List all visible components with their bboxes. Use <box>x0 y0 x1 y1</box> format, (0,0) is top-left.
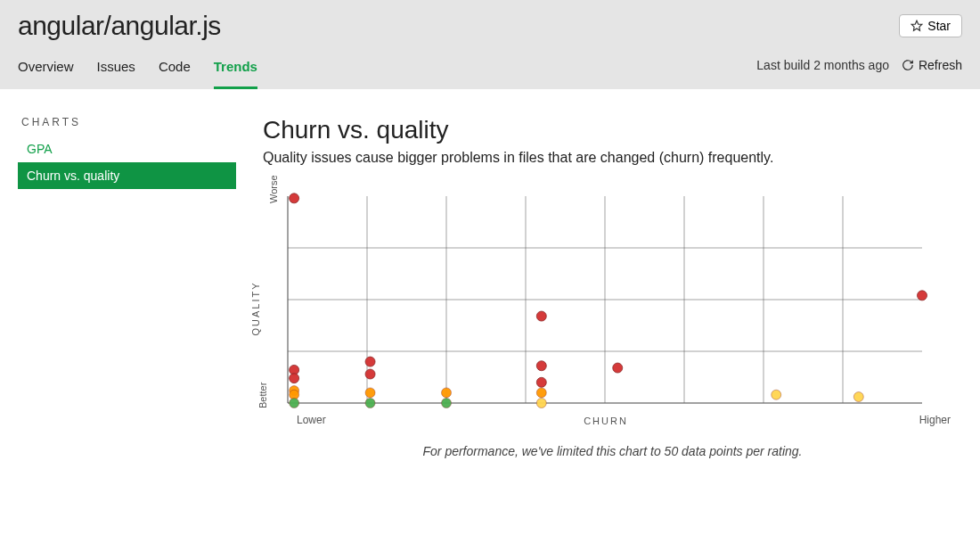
sidebar-item-gpa[interactable]: GPA <box>18 136 236 162</box>
chart-point[interactable] <box>536 311 546 321</box>
chart-point[interactable] <box>365 369 375 379</box>
chart-point[interactable] <box>536 399 546 408</box>
chart-point[interactable] <box>290 374 299 383</box>
refresh-label: Refresh <box>919 58 962 72</box>
svg-marker-0 <box>911 21 922 30</box>
tab-code[interactable]: Code <box>159 50 191 89</box>
last-build: Last build 2 months ago <box>756 58 889 72</box>
star-icon <box>911 20 923 32</box>
chart-point[interactable] <box>290 399 299 408</box>
main: Churn vs. quality Quality issues cause b… <box>263 116 962 458</box>
repo-title: angular/angular.js <box>18 11 221 41</box>
chart-point[interactable] <box>536 361 546 371</box>
tab-issues[interactable]: Issues <box>97 50 135 89</box>
chart-point[interactable] <box>613 363 623 373</box>
chart-description: Quality issues cause bigger problems in … <box>263 150 962 166</box>
x-tick-lower: Lower <box>297 414 326 426</box>
chart-point[interactable] <box>536 388 546 398</box>
tab-trends[interactable]: Trends <box>214 50 257 89</box>
chart-svg <box>263 193 949 424</box>
chart-point[interactable] <box>290 193 299 203</box>
refresh-icon <box>902 59 914 71</box>
tabs: OverviewIssuesCodeTrends <box>18 50 257 89</box>
chart-point[interactable] <box>442 399 452 408</box>
tab-overview[interactable]: Overview <box>18 50 74 89</box>
chart-title: Churn vs. quality <box>263 116 962 144</box>
chart-point[interactable] <box>536 377 546 387</box>
y-tick-worse: Worse <box>268 175 279 203</box>
chart-scatter: Worse Better QUALITY Lower CHURN Higher <box>263 193 949 424</box>
chart-point[interactable] <box>442 388 452 398</box>
sidebar-header: CHARTS <box>18 116 236 136</box>
sidebar: CHARTS GPAChurn vs. quality <box>18 116 236 458</box>
chart-caption: For performance, we've limited this char… <box>263 444 962 458</box>
y-tick-better: Better <box>257 383 268 408</box>
chart-point[interactable] <box>772 390 781 399</box>
star-label: Star <box>927 19 951 33</box>
star-button[interactable]: Star <box>899 14 962 37</box>
refresh-button[interactable]: Refresh <box>902 58 962 72</box>
chart-point[interactable] <box>365 388 375 398</box>
sidebar-item-churn-vs-quality[interactable]: Churn vs. quality <box>18 162 236 189</box>
x-axis-label: CHURN <box>584 416 628 426</box>
y-axis-label: QUALITY <box>250 281 261 335</box>
x-tick-higher: Higher <box>919 414 951 426</box>
chart-point[interactable] <box>365 357 375 366</box>
chart-point[interactable] <box>918 291 927 300</box>
chart-point[interactable] <box>853 392 863 402</box>
chart-point[interactable] <box>365 399 375 408</box>
